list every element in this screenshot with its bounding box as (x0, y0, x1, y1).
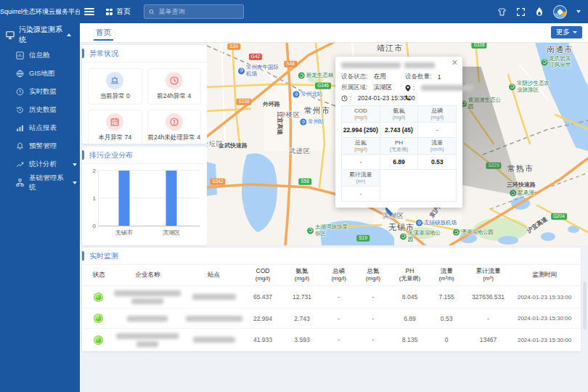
park-icon: ♣ (509, 84, 515, 91)
column-header: 状态 (86, 267, 111, 283)
company-name-redacted (111, 316, 184, 322)
region-value: 滨湖区 (374, 83, 393, 92)
chevron-up-icon (67, 33, 71, 36)
sidebar-item-alert-management[interactable]: 预警管理 (0, 137, 80, 155)
user-menu-chevron-icon[interactable] (576, 10, 581, 13)
value-cell: 0 (430, 336, 464, 343)
table-header-row: 状态企业名称站点COD(mg/l)氨氮(mg/l)总磷(mg/l)总氮(mg/l… (82, 265, 581, 286)
park-icon: ♣ (542, 60, 548, 66)
realtime-monitoring-panel: 实时监测 状态企业名称站点COD(mg/l)氨氮(mg/l)总磷(mg/l)总氮… (82, 248, 581, 351)
station-name-redacted (184, 316, 243, 322)
column-header: 流量(m³/h) (430, 267, 464, 283)
sidebar-item-realtime-data[interactable]: 实时数据 (0, 83, 80, 101)
value-cell: 0.53 (430, 315, 464, 322)
chart-gridline (99, 197, 200, 198)
sidebar-item-info-hub[interactable]: 信息舱 (0, 46, 80, 65)
road-badge: S342 (210, 179, 225, 185)
status-cell (86, 293, 111, 302)
sidebar-item-label: 基础管理系统 (29, 173, 68, 192)
monitor-system-icon (6, 30, 15, 39)
vertical-scrollbar[interactable] (583, 282, 587, 330)
company-name-redacted (111, 333, 184, 347)
report-icon (16, 124, 24, 132)
table-row[interactable]: 41.9333.593--8.1350134672024-01-23 15:30… (82, 329, 581, 351)
value-cell: 2024-01-23 15:30:00 (513, 315, 576, 322)
y-axis-tick: 1 (93, 195, 96, 202)
sidebar-root-item[interactable]: 污染源监测系统 (0, 23, 80, 46)
status-normal-dot (94, 314, 103, 323)
sidebar-item-label: 站点报表 (29, 123, 57, 133)
map-poi: ♣龙爪岩滨江风光带 (542, 56, 573, 68)
stat-card-0[interactable]: 当前异常 0 (88, 68, 142, 105)
flame-icon[interactable] (535, 7, 544, 17)
menu-search[interactable] (144, 4, 244, 19)
map-label: 江宜高速 (276, 112, 284, 135)
sidebar-item-label: 实时数据 (29, 87, 57, 97)
column-name: 总磷 (332, 267, 345, 275)
column-header: 总磷(mg/l) (322, 267, 356, 283)
more-button[interactable]: 更多 (551, 26, 582, 38)
column-header: 氨氮(mg/l) (282, 267, 322, 283)
y-axis-tick: 0 (93, 223, 96, 229)
sidebar: Squirrel生态环境云服务平台 污染源监测系统 信息舱GIS地图实时数据历史… (0, 0, 80, 392)
poi-label: 常阴沙生态农业旅游区 (517, 81, 552, 93)
column-unit: (mg/l) (366, 275, 380, 283)
y-axis-tick: 2 (93, 168, 96, 174)
status-cell (86, 335, 111, 345)
map-label: 武进区 (289, 147, 311, 156)
value-cell: 65.437 (243, 293, 282, 301)
clock-icon (341, 95, 348, 102)
road-badge: S238 (236, 99, 251, 105)
value-cell: 41.933 (243, 336, 282, 343)
sidebar-item-station-report[interactable]: 站点报表 (0, 119, 80, 137)
sidebar-item-label: 历史数据 (29, 105, 57, 115)
menu-toggle-icon[interactable] (84, 8, 94, 15)
distribution-panel: 排污企业分布 012无锡市滨湖区 (82, 147, 207, 245)
calendar-icon (106, 113, 123, 131)
theme-skin-icon[interactable] (497, 7, 507, 17)
exclamation-icon (166, 113, 183, 131)
stat-card-label: 前24h未处理异常 4 (148, 134, 200, 142)
user-avatar[interactable] (553, 5, 567, 19)
value-cell: 2024-01-23 15:33:00 (513, 294, 576, 301)
value-cell: - (464, 315, 513, 322)
redacted-text (131, 298, 163, 304)
column-name: 累计流量 (476, 267, 501, 275)
stat-card-1[interactable]: 前24h异常 4 (147, 68, 202, 105)
map-poi: ✈常州站 (300, 119, 324, 126)
stat-card-3[interactable]: 前24h未处理异常 4 (147, 110, 202, 146)
column-header: 累计流量(m³) (464, 267, 513, 283)
road-badge: S58 (298, 179, 311, 185)
tab-home[interactable]: 首页 (96, 23, 111, 41)
search-input[interactable] (158, 7, 239, 16)
table-row[interactable]: 65.43712.731--8.0457.155327636.5312024-0… (82, 286, 581, 309)
map-label: 南通市 (547, 44, 573, 55)
sidebar-item-base-management[interactable]: 基础管理系统 (0, 173, 80, 192)
value-cell: 6.89 (391, 315, 430, 322)
chart-bar (118, 171, 129, 226)
sidebar-item-gis-map[interactable]: GIS地图 (0, 65, 80, 83)
stat-card-2[interactable]: 本月异常 74 (88, 110, 142, 146)
poi-label: 常州奔牛国际机场 (246, 65, 282, 77)
column-header: COD(mg/l) (243, 267, 282, 283)
column-header: 总氮(mg/l) (356, 267, 390, 283)
table-row[interactable]: 22.9942.743--6.890.53-2024-01-23 15:30:0… (82, 309, 581, 329)
sidebar-item-statistics-analysis[interactable]: 统计分析 (0, 155, 80, 173)
sidebar-item-label: 预警管理 (29, 142, 57, 151)
close-icon[interactable]: ✕ (452, 59, 458, 67)
map-label: 金武快速路 (219, 142, 248, 150)
column-unit: (mg/l) (331, 275, 346, 283)
map-poi: ♣大溪港湿地公园 (400, 230, 444, 242)
fullscreen-icon[interactable] (516, 7, 526, 17)
breadcrumb[interactable]: 首页 (106, 7, 131, 17)
sidebar-item-history-data[interactable]: 历史数据 (0, 101, 80, 119)
gis-map-canvas[interactable]: 常州市无锡市南通市常熟市靖江市张家港市钟楼区武进区滨湖区金坛区金武快速路外环路三… (207, 42, 588, 245)
history-icon (16, 106, 24, 114)
value-cell: - (356, 336, 390, 343)
topbar: 首页 (80, 0, 588, 23)
tabbar: 首页 更多 (80, 23, 588, 43)
phone-icon (405, 95, 411, 101)
sidebar-item-label: GIS地图 (29, 69, 54, 78)
map-poi: ✈常州北站 (293, 91, 323, 98)
map-label: 外环路 (263, 100, 280, 108)
